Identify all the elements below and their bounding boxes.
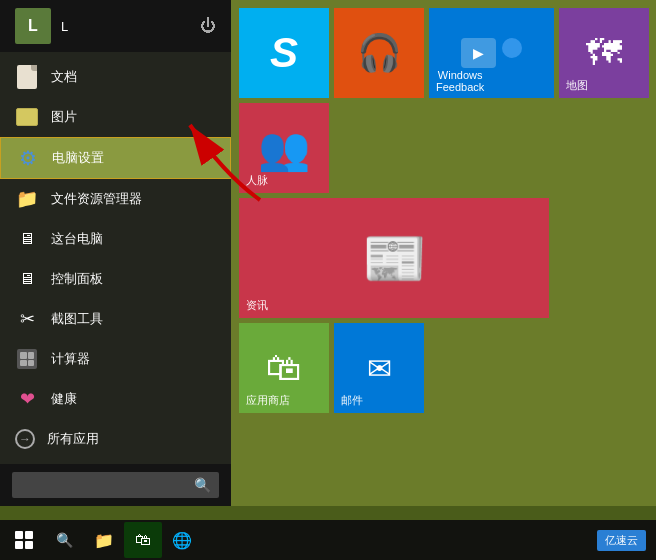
controlpanel-icon: 🖥 [15,267,39,291]
search-input-wrap: 🔍 [12,472,219,498]
start-menu: L L ⏻ 文档 图片 [0,0,580,506]
all-apps-item[interactable]: → 所有应用 [0,419,231,459]
taskbar-folder-button[interactable]: 📁 [85,522,123,558]
map-label: 地图 [566,78,588,93]
doc-icon [15,65,39,89]
taskbar-apps: 📁 🛍 🌐 [85,522,201,558]
menu-item-thispc[interactable]: 🖥 这台电脑 [0,219,231,259]
power-icon[interactable]: ⏻ [200,17,216,35]
tiles-row-4: 🛍 应用商店 ✉ 邮件 [239,323,649,413]
calc-icon [15,347,39,371]
avatar: L [15,8,51,44]
people-icon: 👥 [258,124,310,173]
menu-item-settings[interactable]: ⚙ 电脑设置 [0,137,231,179]
windows-logo-icon [15,531,33,549]
skype-icon: S [270,32,298,74]
taskbar-folder-icon: 📁 [94,531,114,550]
menu-item-controlpanel[interactable]: 🖥 控制面板 [0,259,231,299]
tile-people[interactable]: 👥 人脉 [239,103,329,193]
menu-items: 文档 图片 ⚙ 电脑设置 📁 [0,52,231,464]
menu-item-calc[interactable]: 计算器 [0,339,231,379]
all-apps-icon: → [15,429,35,449]
news-icon: 📰 [362,228,427,289]
map-icon: 🗺 [586,32,622,74]
taskbar-store-button[interactable]: 🛍 [124,522,162,558]
search-input[interactable] [20,478,188,493]
user-info: L L [15,8,68,44]
menu-item-documents[interactable]: 文档 [0,57,231,97]
tile-store[interactable]: 🛍 应用商店 [239,323,329,413]
feedback-content: ▶ [437,38,546,68]
taskbar-ie-icon: 🌐 [172,531,192,550]
tiles-row-2: 👥 人脉 [239,103,649,193]
all-apps-label: 所有应用 [47,430,99,448]
taskbar: 🔍 📁 🛍 🌐 亿速云 [0,520,656,560]
taskbar-store-icon: 🛍 [135,531,151,549]
thispc-icon: 🖥 [15,227,39,251]
tiles-row-3: 📰 资讯 [239,198,649,318]
search-icon[interactable]: 🔍 [194,477,211,493]
people-label: 人脉 [246,173,268,188]
heart-icon: ❤ [15,387,39,411]
taskbar-ie-button[interactable]: 🌐 [163,522,201,558]
menu-item-snip[interactable]: ✂ 截图工具 [0,299,231,339]
search-bar: 🔍 [0,464,231,506]
tile-skype[interactable]: S [239,8,329,98]
picture-icon [15,105,39,129]
tiles-panel: S 🎧 ▶ Windows Feedback [231,0,656,506]
start-button[interactable] [5,522,43,558]
tile-headphones[interactable]: 🎧 [334,8,424,98]
mail-icon: ✉ [367,351,392,386]
tile-mail[interactable]: ✉ 邮件 [334,323,424,413]
tile-map[interactable]: 🗺 地图 [559,8,649,98]
play-icon: ▶ [473,45,484,61]
tiles-row-1: S 🎧 ▶ Windows Feedback [239,8,649,98]
cloud-icon [502,38,522,58]
yisu-cloud-badge[interactable]: 亿速云 [597,530,646,551]
desktop: L L ⏻ 文档 图片 [0,0,656,506]
feedback-label: Windows Feedback [436,69,484,93]
search-taskbar-icon: 🔍 [56,532,73,548]
store-icon: 🛍 [266,347,302,389]
left-panel: L L ⏻ 文档 图片 [0,0,231,506]
taskbar-right: 亿速云 [597,530,651,551]
menu-item-explorer[interactable]: 📁 文件资源管理器 [0,179,231,219]
settings-icon: ⚙ [16,146,40,170]
menu-item-health[interactable]: ❤ 健康 [0,379,231,419]
tile-news[interactable]: 📰 资讯 [239,198,549,318]
news-label: 资讯 [246,298,268,313]
user-header: L L ⏻ [0,0,231,52]
user-name: L [61,19,68,34]
tile-feedback[interactable]: ▶ Windows Feedback [429,8,554,98]
folder-icon: 📁 [15,187,39,211]
store-label: 应用商店 [246,393,290,408]
taskbar-search-button[interactable]: 🔍 [45,522,83,558]
mail-label: 邮件 [341,393,363,408]
menu-item-pictures[interactable]: 图片 [0,97,231,137]
headphones-icon: 🎧 [357,32,402,74]
feedback-video-icon: ▶ [461,38,496,68]
scissors-icon: ✂ [15,307,39,331]
